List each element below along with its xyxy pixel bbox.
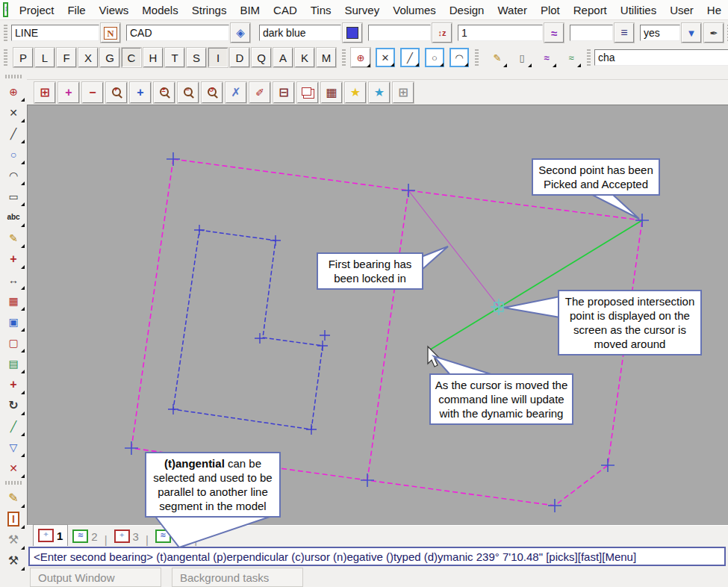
name-box-button[interactable]: N (101, 23, 120, 43)
tab-view-1[interactable]: ✦ 1 (33, 524, 68, 546)
shield-polygon-button[interactable]: ▽ (3, 438, 24, 456)
toolbar-grip[interactable] (587, 49, 591, 66)
snap-toggle-a[interactable]: A (273, 48, 293, 67)
command-line[interactable]: <Enter second bearing> (t)angental (p)er… (28, 547, 726, 566)
snap-toggle-l[interactable]: L (35, 48, 55, 67)
tab-view-2[interactable]: ≋ 2 (68, 527, 102, 546)
weight-choice-button[interactable]: ≈ (544, 23, 564, 43)
cross-button[interactable]: ✕ (3, 103, 24, 122)
linestyle-choice-button[interactable]: ≡ (615, 23, 634, 43)
polygon-button[interactable]: ▢ (3, 333, 24, 352)
menu-project[interactable]: Project (13, 4, 61, 16)
freehand-button[interactable]: ✎ (3, 488, 24, 507)
rotate-button[interactable]: ↻ (3, 396, 24, 414)
snap-toggle-p[interactable]: P (13, 48, 33, 67)
copy-view-button[interactable] (297, 82, 318, 103)
weight-input[interactable] (458, 25, 543, 41)
zoom-in-button[interactable]: + (58, 82, 79, 103)
output-window-panel[interactable]: Output Window (30, 568, 161, 587)
menu-water[interactable]: Water (491, 4, 533, 16)
menu-tins[interactable]: Tins (304, 4, 338, 16)
sketch-button[interactable]: ✎ (3, 229, 24, 247)
circle-button[interactable]: ○ (3, 145, 24, 164)
utility-tools-button[interactable]: ⚒ (3, 530, 24, 549)
height-choice-button[interactable]: ↕z (432, 23, 452, 43)
toolbar-grip[interactable] (475, 49, 479, 66)
snap-toggle-m[interactable]: M (317, 48, 336, 67)
tab-view-3[interactable]: ✦ 3 (110, 527, 143, 546)
cad-cross-button[interactable]: ✕ (376, 48, 395, 67)
shared-favourites-button[interactable]: ★ (369, 82, 390, 103)
snap-toggle-t[interactable]: T (165, 48, 184, 67)
segment-colour-button[interactable]: ╱ (3, 417, 24, 435)
zoom-extents-button[interactable]: + (106, 82, 127, 103)
tinable-input[interactable] (640, 25, 680, 41)
menu-bim[interactable]: BIM (233, 4, 267, 16)
menu-user[interactable]: User (663, 4, 700, 16)
snap-toggle-s[interactable]: S (187, 48, 206, 67)
colour-input[interactable] (259, 25, 341, 41)
arc-button[interactable]: ◠ (3, 166, 24, 184)
zoom-shrink-button[interactable]: − (178, 82, 199, 103)
rectangle-button[interactable]: ▭ (3, 187, 24, 205)
snap-toggle-i[interactable]: I (208, 48, 228, 67)
cad-circle-button[interactable]: ○ (425, 48, 444, 67)
measure-button[interactable]: ↔ (3, 270, 24, 289)
snap-toggle-k[interactable]: K (295, 48, 314, 67)
line-button[interactable]: ╱ (3, 124, 24, 143)
menu-report[interactable]: Report (567, 4, 614, 16)
zoom-dynamic-button[interactable]: ± (154, 82, 175, 103)
menu-file[interactable]: File (60, 4, 92, 16)
zoom-previous-button[interactable]: ↺ (202, 82, 223, 103)
regenerate-button[interactable]: ✗ (225, 82, 246, 103)
models-panel-button[interactable]: ▦ (321, 82, 342, 103)
menu-design[interactable]: Design (443, 4, 491, 16)
model-choice-button[interactable]: ◈ (231, 23, 250, 43)
zoom-out-button[interactable]: − (82, 82, 103, 103)
page-string-button[interactable]: ▯ (512, 48, 532, 67)
favourites-button[interactable]: ★ (345, 82, 366, 103)
name-input[interactable] (11, 25, 99, 41)
image-button[interactable]: ▤ (3, 354, 24, 373)
snap-toggle-q[interactable]: Q (252, 48, 271, 67)
menu-survey[interactable]: Survey (338, 4, 387, 16)
create-point-button[interactable]: + (3, 249, 24, 268)
snap-toggle-d[interactable]: D (230, 48, 249, 67)
cad-line-button[interactable]: ╱ (400, 48, 420, 67)
toolbar-grip[interactable] (342, 49, 346, 66)
snap-toggle-f[interactable]: F (57, 48, 76, 67)
toolbar-grip[interactable] (5, 481, 22, 485)
model-input[interactable] (126, 25, 229, 41)
toolbar-grip[interactable] (4, 25, 7, 41)
menu-utilities[interactable]: Utilities (614, 4, 663, 16)
command-search-input[interactable] (594, 49, 728, 66)
edit-string-button[interactable]: ≈ (537, 48, 556, 67)
tab-view-ls[interactable]: ≋ LS (151, 527, 192, 546)
menu-models[interactable]: Models (135, 4, 184, 16)
pan-button[interactable]: + (130, 82, 151, 103)
linestyle-input[interactable] (570, 25, 613, 41)
plot-button[interactable]: ⊟ (273, 82, 294, 103)
colour-choice-button[interactable] (343, 23, 362, 43)
utility-tools2-button[interactable]: ⚒ (3, 551, 24, 570)
snap-toggle-g[interactable]: G (100, 48, 119, 67)
snap-toggle-c[interactable]: C (122, 48, 141, 67)
draw-string-button[interactable]: ✎ (488, 48, 507, 67)
delete-button[interactable]: ✕ (3, 459, 24, 477)
grid-button[interactable]: ▦ (3, 291, 24, 310)
toolbar-grip[interactable] (4, 49, 7, 66)
redraw-button[interactable]: ✐ (249, 82, 270, 103)
menu-views[interactable]: Views (93, 4, 136, 16)
background-tasks-panel[interactable]: Background tasks (172, 568, 303, 587)
menu-plot[interactable]: Plot (534, 4, 567, 16)
recolor-string-button[interactable]: ≈ (561, 48, 581, 67)
snap-toggle-h[interactable]: H (143, 48, 163, 67)
text-button[interactable]: abc (3, 208, 24, 226)
snap-toggle-x[interactable]: X (78, 48, 98, 67)
view-layout-button[interactable]: ⊞ (393, 82, 414, 103)
paste-symbol-button[interactable]: ▣ (3, 312, 24, 331)
cad-arc-button[interactable]: ◠ (449, 48, 469, 67)
height-input[interactable] (368, 25, 431, 41)
tinable-dropdown-button[interactable]: ▼ (682, 23, 701, 43)
eyedropper-button[interactable]: ✒ (704, 23, 724, 43)
